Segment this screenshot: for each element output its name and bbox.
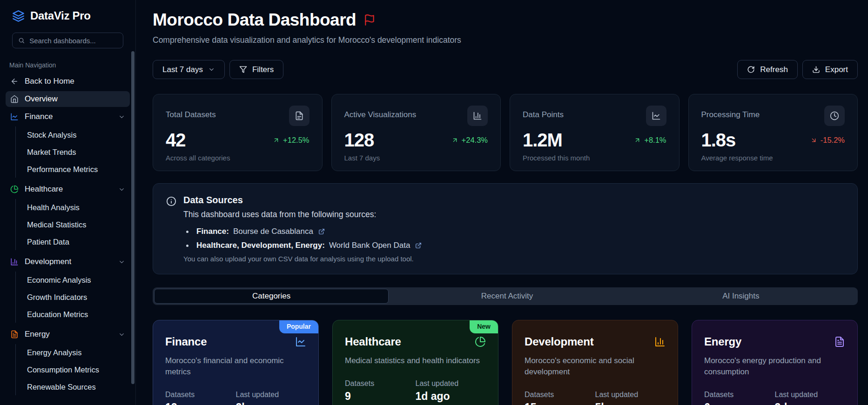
search-box[interactable] [12,33,123,48]
main-content: Morocco Data Dashboard Comprehensive dat… [136,0,868,405]
tab-recent-activity[interactable]: Recent Activity [390,287,624,305]
layers-icon [12,10,25,22]
app-root: DataViz Pro Main Navigation Back to Home… [0,0,868,405]
refresh-icon [747,66,755,73]
sidebar-item-label: Stock Analysis [27,131,76,139]
sidebar-item-label: Market Trends [27,148,76,157]
trend-down-icon [810,137,817,144]
stat-value: 128 [344,130,374,151]
sidebar-item-consumption-metrics[interactable]: Consumption Metrics [22,361,130,378]
external-link-icon[interactable] [415,242,422,249]
category-card-development[interactable]: Development Morocco's economic and socia… [512,320,678,405]
category-description: Medical statistics and health indicators [345,355,486,366]
data-sources-intro: This dashboard uses data from the follow… [183,210,422,219]
datasets-value: 15 [525,401,595,405]
sidebar-item-stock-analysis[interactable]: Stock Analysis [22,126,130,143]
nav-section-label: Main Navigation [9,61,135,69]
updated-label: Last updated [416,379,486,388]
sidebar-item-renewable-sources[interactable]: Renewable Sources [22,378,130,395]
sidebar-item-education-metrics[interactable]: Education Metrics [22,306,130,323]
sidebar-nav: Back to Home Overview Finance Stock Anal… [0,73,135,395]
category-description: Morocco's energy production and consumpt… [704,355,845,378]
sidebar-item-market-trends[interactable]: Market Trends [22,144,130,160]
sidebar-scrollbar[interactable] [131,51,135,384]
sidebar-item-medical-statistics[interactable]: Medical Statistics [22,216,130,233]
stat-subtitle: Last 7 days [344,154,488,162]
sidebar-item-label: Energy Analysis [27,348,81,357]
sidebar-item-label: Performance Metrics [27,165,98,174]
category-card-finance[interactable]: Popular Finance Morocco's financial and … [153,320,319,405]
updated-value: 2h ago [236,401,307,405]
stat-trend-value: +12.5% [283,136,309,145]
category-grid: Popular Finance Morocco's financial and … [153,320,858,405]
data-sources-list: Finance: Bourse de Casablanca Healthcare… [183,227,422,250]
date-range-label: Last 7 days [162,65,203,74]
sidebar-group-label: Development [25,257,71,266]
data-source-link[interactable]: Bourse de Casablanca [233,227,313,236]
refresh-button[interactable]: Refresh [737,60,798,79]
stats-row: Total Datasets 42 +12.5% Across all cate… [153,94,858,171]
date-range-dropdown[interactable]: Last 7 days [153,60,225,79]
datasets-label: Datasets [704,391,775,399]
sidebar-item-label: Consumption Metrics [27,365,99,374]
sidebar-item-label: Growth Indicators [27,293,87,302]
category-card-energy[interactable]: Energy Morocco's energy production and c… [692,320,858,405]
sidebar-item-economic-analysis[interactable]: Economic Analysis [22,272,130,288]
sidebar-item-energy-analysis[interactable]: Energy Analysis [22,344,130,361]
sidebar-group-finance[interactable]: Finance [6,109,130,125]
sidebar-item-patient-data[interactable]: Patient Data [22,233,130,250]
bar-chart-icon [10,258,19,266]
download-icon [812,66,820,73]
chevron-down-icon [118,331,125,338]
sidebar-item-overview[interactable]: Overview [6,91,130,107]
datasets-value: 6 [704,401,775,405]
trend-up-icon [634,137,641,144]
stat-value: 1.8s [701,130,736,151]
category-title: Energy [704,335,741,348]
search-icon [18,37,25,44]
sidebar-item-health-analysis[interactable]: Health Analysis [22,199,130,216]
stat-icon-box [467,106,488,126]
sidebar-item-label: Back to Home [25,77,74,86]
updated-value: 5h ago [595,401,666,405]
sidebar-group-healthcare[interactable]: Healthcare [6,181,130,197]
clock-icon [830,111,839,120]
updated-value: 1d ago [416,390,486,403]
sidebar-item-growth-indicators[interactable]: Growth Indicators [22,289,130,305]
stat-card-data-points: Data Points 1.2M +8.1% Processed this mo… [510,94,680,171]
sidebar-item-back-to-home[interactable]: Back to Home [6,73,130,89]
filters-button[interactable]: Filters [229,60,283,79]
trend-up-icon [273,137,280,144]
category-description: Morocco's economic and social developmen… [525,355,666,378]
page-subtitle: Comprehensive data visualization and ana… [153,35,858,45]
chevron-down-icon [118,259,125,266]
sidebar-group-development[interactable]: Development [6,254,130,270]
data-source-item-worldbank: Healthcare, Development, Energy: World B… [183,241,422,250]
chevron-down-icon [208,66,215,73]
page-title: Morocco Data Dashboard [153,10,356,30]
sidebar-item-label: Patient Data [27,238,69,246]
category-title: Healthcare [345,335,401,348]
search-input[interactable] [29,37,117,45]
sidebar-item-performance-metrics[interactable]: Performance Metrics [22,161,130,178]
sidebar-group-label: Energy [25,330,50,339]
line-chart-icon [10,113,19,121]
sidebar-group-energy[interactable]: Energy [6,326,130,342]
updated-label: Last updated [236,391,307,399]
tab-label: Categories [252,292,290,301]
category-title: Development [525,335,594,348]
tab-ai-insights[interactable]: AI Insights [624,287,858,305]
stat-label: Total Datasets [166,106,216,120]
stat-icon-box [646,106,666,126]
tab-categories[interactable]: Categories [154,289,389,304]
external-link-icon[interactable] [318,228,325,235]
sidebar-subgroup-finance: Stock Analysis Market Trends Performance… [15,126,130,178]
export-button[interactable]: Export [802,60,858,79]
category-card-healthcare[interactable]: New Healthcare Medical statistics and he… [332,320,498,405]
updated-value: 3d ago [775,401,846,405]
category-description: Morocco's financial and economic metrics [165,355,306,378]
stat-label: Active Visualizations [344,106,417,120]
stat-card-total-datasets: Total Datasets 42 +12.5% Across all cate… [153,94,323,171]
data-source-link[interactable]: World Bank Open Data [329,241,410,250]
datasets-value: 12 [165,401,236,405]
